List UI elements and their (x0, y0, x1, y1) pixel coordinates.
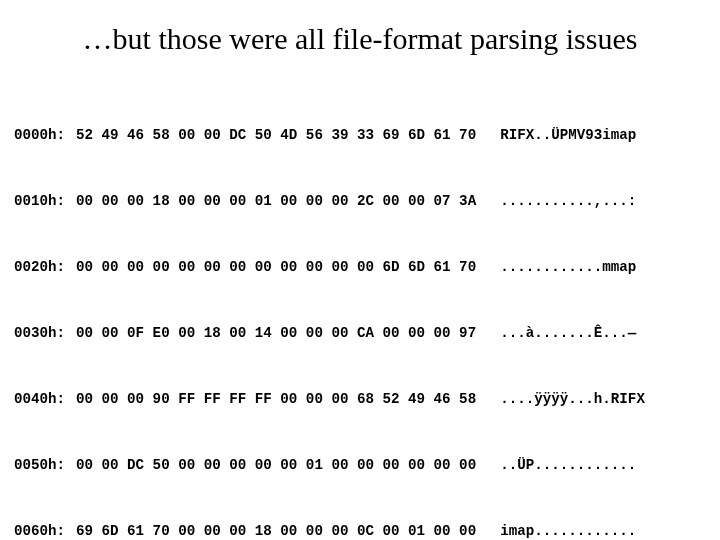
hex-bytes: 52 49 46 58 00 00 DC 50 4D 56 39 33 69 6… (76, 124, 476, 146)
slide-title: …but those were all file-format parsing … (0, 0, 720, 70)
hex-bytes: 00 00 0F E0 00 18 00 14 00 00 00 CA 00 0… (76, 322, 476, 344)
hex-ascii: ...à.......Ê...— (500, 322, 706, 344)
hex-row: 0010h: 00 00 00 18 00 00 00 01 00 00 00 … (14, 190, 706, 212)
hex-ascii: ............mmap (500, 256, 706, 278)
hex-row: 0040h: 00 00 00 90 FF FF FF FF 00 00 00 … (14, 388, 706, 410)
hex-offset: 0060h: (14, 520, 76, 540)
hex-row: 0030h: 00 00 0F E0 00 18 00 14 00 00 00 … (14, 322, 706, 344)
hex-ascii: imap............ (500, 520, 706, 540)
hex-row: 0020h: 00 00 00 00 00 00 00 00 00 00 00 … (14, 256, 706, 278)
hex-ascii: RIFX..ÜPMV93imap (500, 124, 706, 146)
hex-ascii: ...........,...: (500, 190, 706, 212)
hex-bytes: 00 00 00 90 FF FF FF FF 00 00 00 68 52 4… (76, 388, 476, 410)
hex-bytes: 00 00 DC 50 00 00 00 00 00 01 00 00 00 0… (76, 454, 476, 476)
hex-offset: 0030h: (14, 322, 76, 344)
hex-ascii: ..ÜP............ (500, 454, 706, 476)
hex-bytes: 00 00 00 00 00 00 00 00 00 00 00 00 6D 6… (76, 256, 476, 278)
hex-gap (476, 388, 500, 410)
hex-dump: 0000h: 52 49 46 58 00 00 DC 50 4D 56 39 … (0, 70, 720, 540)
hex-row: 0050h: 00 00 DC 50 00 00 00 00 00 01 00 … (14, 454, 706, 476)
hex-gap (476, 256, 500, 278)
hex-gap (476, 520, 500, 540)
hex-offset: 0010h: (14, 190, 76, 212)
hex-row: 0060h: 69 6D 61 70 00 00 00 18 00 00 00 … (14, 520, 706, 540)
hex-row: 0000h: 52 49 46 58 00 00 DC 50 4D 56 39 … (14, 124, 706, 146)
hex-bytes: 69 6D 61 70 00 00 00 18 00 00 00 0C 00 0… (76, 520, 476, 540)
hex-ascii: ....ÿÿÿÿ...h.RIFX (500, 388, 706, 410)
hex-gap (476, 190, 500, 212)
hex-offset: 0040h: (14, 388, 76, 410)
hex-offset: 0020h: (14, 256, 76, 278)
hex-gap (476, 454, 500, 476)
hex-bytes: 00 00 00 18 00 00 00 01 00 00 00 2C 00 0… (76, 190, 476, 212)
hex-offset: 0050h: (14, 454, 76, 476)
hex-offset: 0000h: (14, 124, 76, 146)
hex-gap (476, 322, 500, 344)
hex-gap (476, 124, 500, 146)
